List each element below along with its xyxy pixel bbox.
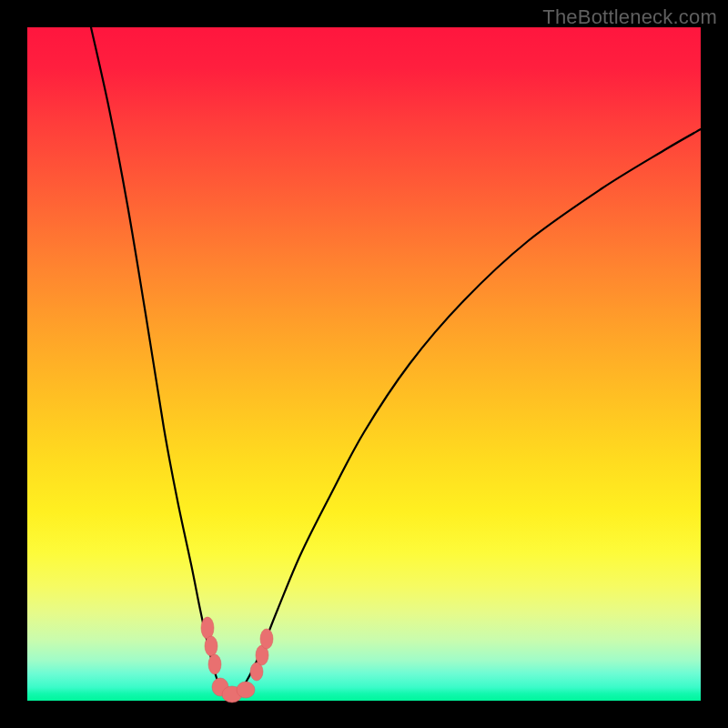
- plot-area: [27, 27, 701, 701]
- chart-svg: [27, 27, 701, 701]
- bottleneck-curve: [91, 27, 701, 698]
- right-cluster-top: [260, 629, 273, 649]
- chart-frame: TheBottleneck.com: [0, 0, 728, 728]
- left-cluster-mid: [205, 636, 217, 656]
- left-cluster-top: [201, 617, 214, 639]
- valley-right: [237, 682, 255, 698]
- marker-group: [201, 617, 273, 703]
- left-cluster-low: [208, 654, 221, 674]
- watermark-text: TheBottleneck.com: [542, 5, 717, 29]
